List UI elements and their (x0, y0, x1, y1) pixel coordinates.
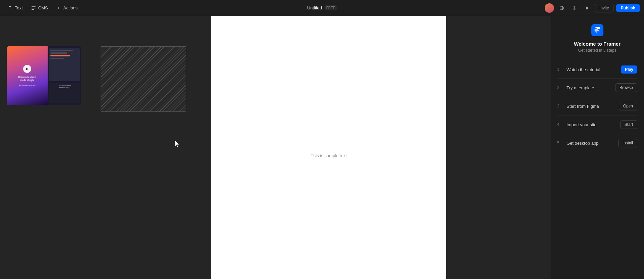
play-icon: ▶ (23, 65, 31, 73)
svg-marker-7 (586, 6, 589, 10)
topbar-cms-label: CMS (38, 5, 48, 10)
settings-icon-btn[interactable] (570, 3, 580, 13)
step-left-2: 2. Try a template (557, 85, 594, 90)
step-num-1: 1. (557, 67, 563, 72)
thumb-inner: ▶ Cinematic videomode simple the platfor… (7, 46, 81, 105)
svg-point-6 (574, 7, 575, 9)
step-num-3: 3. (557, 104, 563, 108)
step-row-5: 5. Get desktop app Install (557, 134, 637, 152)
step-left-4: 4. Import your site (557, 122, 597, 127)
page-title: Untitled (307, 5, 322, 10)
step-btn-5[interactable]: Install (618, 139, 637, 147)
cms-icon (31, 5, 36, 11)
step-label-3: Start from Figma (567, 104, 599, 109)
step-label-5: Get desktop app (567, 141, 598, 146)
welcome-title: Welcome to Framer (574, 41, 621, 47)
thumb-video-sub: the platform you use (19, 84, 35, 87)
step-left-3: 3. Start from Figma (557, 104, 599, 109)
thumb-video-title: Cinematic videomode simple (18, 76, 36, 82)
thumb-overlay: ▶ Cinematic videomode simple the platfor… (7, 46, 81, 105)
step-row-1: 1. Watch the tutorial Play (557, 61, 637, 79)
step-btn-1[interactable]: Play (621, 65, 637, 74)
topbar-text-item[interactable]: T Text (4, 4, 26, 12)
thumb-left: ▶ Cinematic videomode simple the platfor… (7, 46, 48, 105)
topbar-actions-label: Actions (63, 5, 78, 10)
step-num-5: 5. (557, 141, 563, 145)
canvas-page: This is sample text (211, 16, 446, 279)
step-btn-3[interactable]: Open (619, 102, 637, 110)
globe-icon-btn[interactable] (557, 3, 567, 13)
topbar-actions-item[interactable]: + Actions (53, 4, 81, 12)
topbar-cms-item[interactable]: CMS (28, 4, 51, 12)
main-layout: ▶ Cinematic videomode simple the platfor… (0, 16, 644, 279)
framer-logo (591, 24, 603, 36)
actions-icon: + (56, 5, 61, 11)
right-panel: Welcome to Framer Get started in 5 steps… (550, 16, 644, 279)
steps-list: 1. Watch the tutorial Play 2. Try a temp… (557, 61, 637, 152)
step-btn-2[interactable]: Browse (615, 83, 637, 92)
plan-badge: FREE (325, 5, 337, 10)
topbar-right: Invite Publish (545, 3, 640, 13)
text-icon: T (7, 5, 13, 11)
publish-button[interactable]: Publish (616, 4, 640, 12)
step-btn-4[interactable]: Start (620, 120, 637, 129)
svg-rect-1 (32, 8, 36, 8)
stripe-pattern (101, 47, 186, 111)
step-label-4: Import your site (567, 122, 597, 127)
step-num-2: 2. (557, 85, 563, 90)
welcome-subtitle: Get started in 5 steps (578, 48, 616, 53)
step-label-2: Try a template (567, 85, 594, 90)
step-row-2: 2. Try a template Browse (557, 79, 637, 97)
topbar-left: T Text CMS + Actions (4, 4, 81, 12)
step-left-1: 1. Watch the tutorial (557, 67, 600, 72)
topbar-center: Untitled FREE (307, 5, 337, 10)
step-row-3: 3. Start from Figma Open (557, 97, 637, 115)
thumb-right: Cinematic videomode simple (48, 46, 81, 105)
thumbnail-card-1: ▶ Cinematic videomode simple the platfor… (7, 46, 81, 105)
canvas-area[interactable]: ▶ Cinematic videomode simple the platfor… (0, 16, 550, 279)
step-label-1: Watch the tutorial (567, 67, 600, 72)
svg-rect-2 (32, 9, 34, 10)
stripe-box (101, 46, 186, 112)
invite-button[interactable]: Invite (595, 4, 613, 12)
step-row-4: 4. Import your site Start (557, 115, 637, 134)
sample-text: This is sample text (311, 153, 347, 158)
topbar: T Text CMS + Actions Untitled FREE (0, 0, 644, 16)
avatar[interactable] (545, 3, 554, 13)
svg-rect-0 (32, 6, 36, 7)
preview-icon-btn[interactable] (582, 3, 592, 13)
topbar-text-label: Text (15, 5, 23, 10)
step-left-5: 5. Get desktop app (557, 141, 598, 146)
step-num-4: 4. (557, 122, 563, 127)
